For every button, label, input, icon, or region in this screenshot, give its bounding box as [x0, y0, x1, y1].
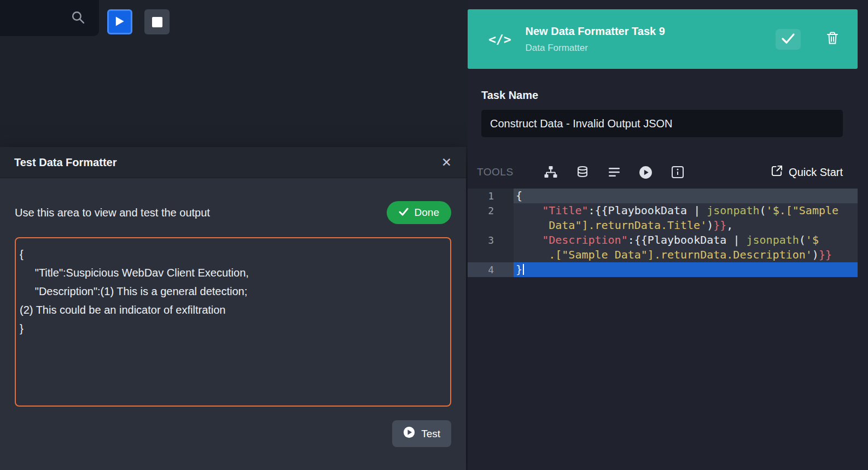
editor-row[interactable]: 3 "Description":{{PlaybookData | jsonpat…: [468, 233, 858, 248]
code-line[interactable]: "Description":{{PlaybookData | jsonpath(…: [514, 233, 858, 248]
play-circle-icon[interactable]: [635, 161, 657, 183]
test-panel-instruction: Use this area to view and test the outpu…: [15, 207, 210, 219]
search-icon[interactable]: [71, 10, 85, 27]
lines-icon[interactable]: [603, 161, 625, 183]
editor-row[interactable]: Data"].returnData.Title')}},: [468, 218, 858, 233]
editor-row[interactable]: 4}: [468, 262, 858, 277]
external-link-icon: [771, 164, 783, 180]
quick-start-label: Quick Start: [789, 166, 843, 179]
test-button-label: Test: [421, 428, 440, 440]
editor-row[interactable]: 2 "Title":{{PlaybookData | jsonpath('$.[…: [468, 203, 858, 218]
test-data-formatter-panel: Test Data Formatter ✕ Use this area to v…: [0, 147, 466, 470]
code-line[interactable]: .["Sample Data"].returnData.Description'…: [514, 248, 858, 262]
hierarchy-icon[interactable]: [540, 161, 562, 183]
stop-icon: [152, 17, 162, 27]
code-line[interactable]: {: [514, 189, 858, 203]
line-number: 3: [468, 233, 514, 248]
line-number: [468, 248, 514, 262]
line-number: 2: [468, 203, 514, 218]
tools-label: TOOLS: [477, 166, 514, 178]
check-icon: [781, 32, 795, 46]
tools-toolbar: TOOLS: [468, 157, 858, 187]
code-line[interactable]: "Title":{{PlaybookData | jsonpath('$.["S…: [514, 203, 858, 218]
trash-icon: [826, 32, 838, 46]
text-cursor: [523, 264, 524, 275]
test-button[interactable]: Test: [392, 420, 451, 447]
test-panel-body: Use this area to view and test the outpu…: [0, 178, 466, 407]
close-icon[interactable]: ✕: [441, 156, 452, 169]
code-editor[interactable]: 1{2 "Title":{{PlaybookData | jsonpath('$…: [468, 189, 858, 277]
play-icon: [115, 16, 125, 28]
task-header-titles: New Data Formatter Task 9 Data Formatter: [526, 25, 776, 54]
tool-icons: [540, 161, 689, 183]
task-subtitle: Data Formatter: [526, 43, 776, 54]
test-panel-title: Test Data Formatter: [14, 156, 116, 169]
editor-row[interactable]: 1{: [468, 189, 858, 203]
database-icon[interactable]: [572, 161, 593, 183]
done-button-label: Done: [415, 207, 439, 219]
canvas-toolbar: [0, 0, 99, 36]
quick-start-button[interactable]: Quick Start: [771, 164, 843, 180]
line-number: [468, 218, 514, 233]
task-detail-panel: </> New Data Formatter Task 9 Data Forma…: [468, 0, 868, 470]
check-icon: [399, 207, 409, 219]
line-number: 4: [468, 262, 514, 277]
confirm-task-button[interactable]: [776, 29, 801, 50]
done-button[interactable]: Done: [387, 201, 451, 224]
test-output-area[interactable]: { "Title":Suspicious WebDav Client Execu…: [15, 237, 451, 407]
code-line[interactable]: }: [514, 262, 858, 277]
task-name-input[interactable]: [481, 110, 843, 137]
code-line[interactable]: Data"].returnData.Title')}},: [514, 218, 858, 233]
line-number: 1: [468, 189, 514, 203]
task-header: </> New Data Formatter Task 9 Data Forma…: [468, 9, 858, 69]
play-circle-icon: [403, 426, 415, 441]
task-title: New Data Formatter Task 9: [526, 25, 776, 38]
stop-playbook-button[interactable]: [144, 9, 170, 34]
code-icon: </>: [488, 32, 511, 46]
app-screen: Test Data Formatter ✕ Use this area to v…: [0, 0, 868, 470]
info-icon[interactable]: [667, 161, 689, 183]
test-panel-header: Test Data Formatter ✕: [0, 147, 466, 178]
editor-row[interactable]: .["Sample Data"].returnData.Description'…: [468, 248, 858, 262]
run-playbook-button[interactable]: [107, 9, 132, 34]
task-name-label: Task Name: [481, 89, 538, 102]
delete-task-button[interactable]: [823, 30, 842, 49]
